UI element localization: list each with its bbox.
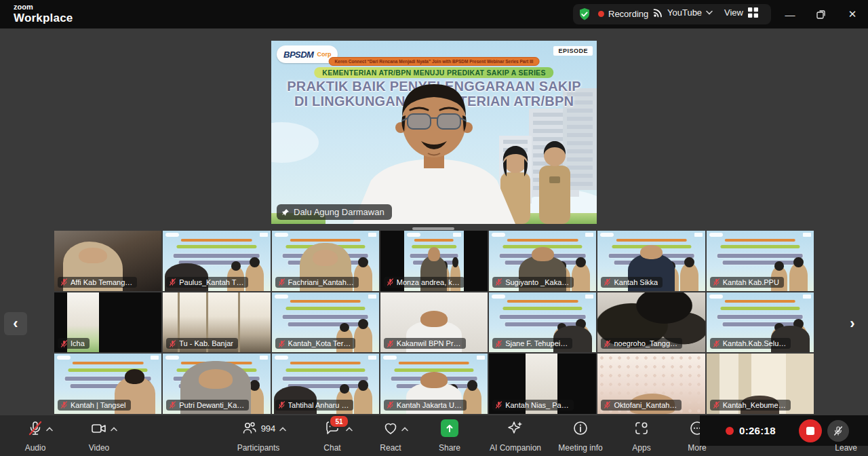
participant-tile[interactable]: Fachriani_Kantah…: [272, 231, 379, 291]
participant-tile[interactable]: Kantah.Kab.Selu…: [707, 292, 814, 353]
participant-tile[interactable]: Icha: [54, 292, 161, 353]
share-button[interactable]: Share: [431, 419, 468, 452]
participant-tile[interactable]: Kantah Kab.PPU: [707, 231, 814, 291]
participants-count: 994: [261, 423, 276, 434]
camera-icon: [90, 420, 108, 436]
ai-companion-label: AI Companion: [490, 444, 541, 452]
audio-button[interactable]: Audio: [16, 419, 54, 452]
leave-button[interactable]: Leave: [835, 443, 857, 453]
participant-tile[interactable]: Kantah_Kota Ter…: [272, 292, 379, 353]
gallery-next-page-button[interactable]: ›: [841, 312, 864, 335]
participant-name-tag: Fachriani_Kantah…: [275, 277, 359, 288]
speaker-name-tag: Dalu Agung Darmawan: [277, 204, 392, 220]
cloud-decoration: [271, 122, 319, 163]
view-button[interactable]: View: [724, 7, 758, 18]
react-button[interactable]: React: [372, 419, 410, 452]
participant-tile[interactable]: Tahtihal Anharu …: [272, 354, 379, 414]
participant-tile[interactable]: Kantah Jakarta U…: [380, 354, 488, 414]
meeting-toolbar: Audio Video 994 Participants: [0, 415, 868, 456]
participant-name: Tahtihal Anharu …: [288, 401, 349, 409]
meeting-info-button[interactable]: Meeting info: [551, 419, 610, 452]
sakip-series-banner: KEMENTERIAN ATR/BPN MENUJU PREDIKAT SAKI…: [314, 67, 553, 78]
gallery-previous-page-button[interactable]: ‹: [4, 312, 27, 335]
participant-tile[interactable]: Putri Dewanti_Ka…: [163, 354, 270, 414]
video-menu-chevron[interactable]: [111, 422, 117, 434]
muted-mic-icon: [604, 340, 611, 347]
participant-tile[interactable]: Kakanwil BPN Pr…: [380, 292, 488, 353]
react-menu-chevron[interactable]: [401, 422, 408, 434]
window-close-button[interactable]: ✕: [839, 0, 866, 28]
muted-mic-icon: [60, 401, 68, 408]
pin-icon: [281, 208, 290, 216]
muted-mic-icon: [495, 401, 502, 408]
participant-name-tag: Monza andrea, k…: [384, 277, 465, 288]
video-button[interactable]: Video: [80, 419, 118, 452]
stop-recording-button[interactable]: [799, 419, 822, 442]
participant-tile[interactable]: Sjane F. Tehupei…: [489, 292, 596, 353]
participant-tile[interactable]: Paulus_Kantah T…: [163, 231, 270, 291]
recording-indicator: Recording: [598, 9, 648, 19]
participants-button[interactable]: 994 Participants: [228, 419, 289, 452]
corpu-logo-text: Corp: [317, 51, 331, 58]
speaker-name: Dalu Agung Darmawan: [294, 207, 384, 217]
participant-name: Kantah Kab.PPU: [723, 278, 779, 286]
participant-tile[interactable]: Kantah_Kebume…: [707, 354, 814, 414]
apps-button[interactable]: Apps: [625, 419, 658, 452]
muted-mic-icon: [387, 340, 394, 347]
participants-menu-chevron[interactable]: [279, 422, 286, 434]
main-speaker-video[interactable]: BPSDM Corp EPISODE Keren Connect “Dari R…: [271, 41, 597, 224]
muted-mic-icon: [60, 278, 68, 286]
participant-name: Putri Dewanti_Ka…: [179, 401, 244, 409]
audio-label: Audio: [25, 444, 46, 452]
chat-button[interactable]: 51 Chat: [313, 419, 351, 452]
participant-name: Sugiyanto _Kaka…: [505, 278, 569, 286]
chat-menu-chevron[interactable]: [346, 422, 353, 434]
window-restore-button[interactable]: [808, 0, 835, 28]
recording-control-panel: 0:26:18: [700, 415, 868, 446]
recording-mic-muted-button[interactable]: [827, 420, 849, 442]
participant-name: Kantah_Kebume…: [723, 401, 786, 409]
meeting-stage: BPSDM Corp EPISODE Keren Connect “Dari R…: [0, 28, 868, 415]
participant-name: Tu - Kab. Banjar: [179, 339, 233, 347]
muted-mic-icon: [495, 340, 502, 347]
episode-badge: EPISODE: [553, 46, 593, 56]
muted-mic-icon: [387, 401, 394, 408]
video-label: Video: [89, 444, 109, 452]
participant-name: Kantah Nias_ Pa…: [505, 401, 569, 409]
gallery-scrollbar[interactable]: [412, 227, 454, 230]
participant-tile[interactable]: noegroho_Tangg…: [597, 292, 705, 353]
participant-tile[interactable]: Kantah Sikka: [597, 231, 705, 291]
share-label: Share: [439, 444, 460, 452]
ai-companion-button[interactable]: AI Companion: [483, 419, 548, 452]
muted-mic-icon: [278, 340, 285, 347]
participant-tile[interactable]: Kantah Nias_ Pa…: [489, 354, 596, 414]
apps-icon: [633, 420, 650, 436]
participant-tile[interactable]: Kantah | Tangsel: [54, 354, 161, 414]
livestream-youtube-dropdown[interactable]: YouTube: [653, 7, 713, 18]
participant-tile[interactable]: Sugiyanto _Kaka…: [489, 231, 596, 291]
participant-name-tag: Kakanwil BPN Pr…: [384, 338, 466, 349]
sparkle-icon: [507, 419, 524, 437]
participant-name: Oktofani_Kantah…: [614, 401, 677, 409]
microphone-muted-icon: [833, 425, 844, 436]
participant-tile[interactable]: Oktofani_Kantah…: [597, 354, 705, 414]
audio-menu-chevron[interactable]: [46, 422, 53, 434]
participant-name-tag: Kantah.Kab.Selu…: [710, 338, 791, 349]
participant-tile[interactable]: Monza andrea, k…: [380, 231, 488, 291]
gallery-view-icon: [748, 7, 758, 18]
participant-name-tag: Kantah Sikka: [601, 277, 663, 288]
participant-gallery: Affi Kab Temang…Paulus_Kantah T…Fachrian…: [54, 231, 814, 414]
participant-name: Kantah Sikka: [614, 278, 658, 286]
participant-name-tag: Affi Kab Temang…: [58, 277, 137, 288]
participant-name: noegroho_Tangg…: [614, 339, 677, 347]
participant-name: Kakanwil BPN Pr…: [397, 339, 461, 347]
participant-tile[interactable]: Affi Kab Temang…: [54, 231, 161, 291]
participant-name: Kantah.Kab.Selu…: [723, 339, 787, 347]
workplace-logo-text: Workplace: [14, 12, 73, 24]
participant-name-tag: Oktofani_Kantah…: [601, 400, 682, 411]
window-minimize-button[interactable]: —: [776, 0, 804, 28]
security-shield-icon[interactable]: [578, 7, 591, 21]
react-label: React: [380, 444, 401, 452]
participant-name-tag: Sjane F. Tehupei…: [492, 338, 572, 349]
participant-tile[interactable]: Tu - Kab. Banjar: [163, 292, 270, 353]
